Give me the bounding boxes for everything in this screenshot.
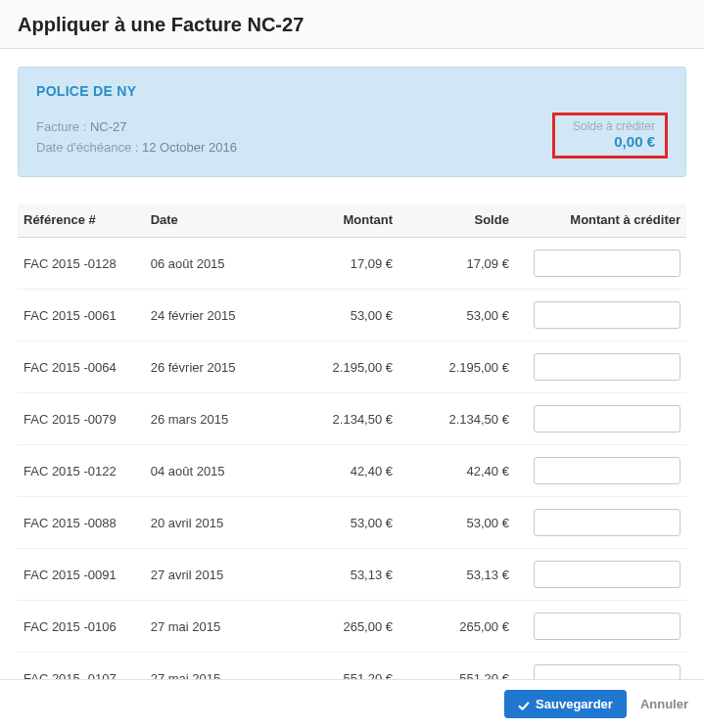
check-icon (518, 700, 530, 709)
credit-balance-box: Solde à créditer 0,00 € (552, 113, 668, 159)
table-row: FAC 2015 -006124 février 201553,00 €53,0… (18, 290, 686, 341)
cell-date: 24 février 2015 (145, 290, 282, 341)
due-line: Date d'échéance : 12 October 2016 (36, 138, 237, 159)
cell-date: 27 avril 2015 (145, 549, 282, 601)
cell-amount: 53,13 € (282, 549, 399, 601)
cell-date: 27 mai 2015 (145, 653, 282, 680)
table-row: FAC 2015 -008820 avril 201553,00 €53,00 … (18, 497, 686, 549)
credit-amount-input[interactable] (534, 561, 681, 588)
due-label: Date d'échéance : (36, 140, 138, 155)
cell-balance: 2.195,00 € (399, 341, 515, 393)
cancel-button[interactable]: Annuler (640, 697, 688, 711)
cell-reference: FAC 2015 -0091 (18, 549, 145, 601)
invoice-table-body: FAC 2015 -012806 août 201517,09 €17,09 €… (18, 238, 686, 680)
modal-header: Appliquer à une Facture NC-27 (0, 0, 704, 49)
table-row: FAC 2015 -010627 mai 2015265,00 €265,00 … (18, 601, 686, 653)
save-button-label: Sauvegarder (536, 697, 613, 711)
cell-credit-input (515, 290, 686, 341)
invoice-label: Facture : (36, 119, 86, 134)
cell-reference: FAC 2015 -0079 (18, 393, 145, 445)
credit-amount-input[interactable] (534, 509, 681, 536)
cell-balance: 53,00 € (399, 497, 515, 549)
cell-amount: 53,00 € (282, 497, 399, 549)
cell-credit-input (515, 601, 686, 653)
credit-summary-box: POLICE DE NY Facture : NC-27 Date d'éché… (18, 67, 686, 177)
cell-amount: 17,09 € (282, 238, 399, 290)
cell-reference: FAC 2015 -0122 (18, 445, 145, 497)
cell-date: 26 mars 2015 (145, 393, 282, 445)
cell-reference: FAC 2015 -0061 (18, 290, 145, 341)
cell-credit-input (515, 549, 686, 601)
credit-amount-input[interactable] (534, 457, 681, 484)
cell-credit-input (515, 341, 686, 393)
credit-balance-amount: 0,00 € (565, 133, 655, 150)
cell-balance: 265,00 € (399, 601, 515, 653)
table-row: FAC 2015 -007926 mars 20152.134,50 €2.13… (18, 393, 686, 445)
cell-credit-input (515, 393, 686, 445)
credit-amount-input[interactable] (534, 250, 681, 277)
cell-date: 06 août 2015 (145, 238, 282, 290)
modal-body[interactable]: POLICE DE NY Facture : NC-27 Date d'éché… (0, 49, 704, 679)
cell-amount: 551,20 € (282, 653, 399, 680)
cell-credit-input (515, 653, 686, 680)
table-row: FAC 2015 -012806 août 201517,09 €17,09 € (18, 238, 686, 290)
cell-balance: 17,09 € (399, 238, 515, 290)
cell-reference: FAC 2015 -0064 (18, 341, 145, 393)
invoice-table-head: Référence # Date Montant Solde Montant à… (18, 205, 686, 238)
cell-credit-input (515, 445, 686, 497)
col-header-amount[interactable]: Montant (282, 205, 399, 238)
credit-amount-input[interactable] (534, 664, 681, 679)
table-row: FAC 2015 -010727 mai 2015551,20 €551,20 … (18, 653, 686, 680)
cell-amount: 2.134,50 € (282, 393, 399, 445)
save-button[interactable]: Sauvegarder (504, 690, 627, 718)
cell-credit-input (515, 238, 686, 290)
col-header-balance[interactable]: Solde (399, 205, 515, 238)
credit-amount-input[interactable] (534, 405, 681, 432)
cell-date: 04 août 2015 (145, 445, 282, 497)
col-header-reference[interactable]: Référence # (18, 205, 145, 238)
cell-balance: 53,13 € (399, 549, 515, 601)
cell-date: 20 avril 2015 (145, 497, 282, 549)
cell-balance: 551,20 € (399, 653, 515, 680)
cell-balance: 53,00 € (399, 290, 515, 341)
invoice-line: Facture : NC-27 (36, 117, 237, 138)
cell-reference: FAC 2015 -0107 (18, 653, 145, 680)
cell-reference: FAC 2015 -0128 (18, 238, 145, 290)
apply-credit-modal: Appliquer à une Facture NC-27 POLICE DE … (0, 0, 704, 728)
table-row: FAC 2015 -006426 février 20152.195,00 €2… (18, 341, 686, 393)
col-header-credit: Montant à créditer (515, 205, 686, 238)
table-row: FAC 2015 -009127 avril 201553,13 €53,13 … (18, 549, 686, 601)
modal-title: Appliquer à une Facture NC-27 (18, 14, 686, 36)
col-header-date[interactable]: Date (145, 205, 282, 238)
info-left: Facture : NC-27 Date d'échéance : 12 Oct… (36, 117, 237, 159)
credit-balance-label: Solde à créditer (565, 119, 655, 133)
client-name: POLICE DE NY (36, 83, 668, 99)
credit-amount-input[interactable] (534, 353, 681, 381)
cell-balance: 2.134,50 € (399, 393, 515, 445)
info-row: Facture : NC-27 Date d'échéance : 12 Oct… (36, 113, 668, 159)
cell-reference: FAC 2015 -0088 (18, 497, 145, 549)
due-date: 12 October 2016 (142, 140, 237, 155)
modal-footer: Sauvegarder Annuler (0, 679, 704, 728)
cell-date: 26 février 2015 (145, 341, 282, 393)
cell-date: 27 mai 2015 (145, 601, 282, 653)
invoice-table: Référence # Date Montant Solde Montant à… (18, 205, 686, 679)
cell-reference: FAC 2015 -0106 (18, 601, 145, 653)
credit-amount-input[interactable] (534, 613, 681, 640)
credit-amount-input[interactable] (534, 301, 681, 329)
cell-amount: 265,00 € (282, 601, 399, 653)
cell-balance: 42,40 € (399, 445, 515, 497)
cell-credit-input (515, 497, 686, 549)
cell-amount: 53,00 € (282, 290, 399, 341)
invoice-number: NC-27 (90, 119, 127, 134)
cell-amount: 2.195,00 € (282, 341, 399, 393)
table-row: FAC 2015 -012204 août 201542,40 €42,40 € (18, 445, 686, 497)
cell-amount: 42,40 € (282, 445, 399, 497)
